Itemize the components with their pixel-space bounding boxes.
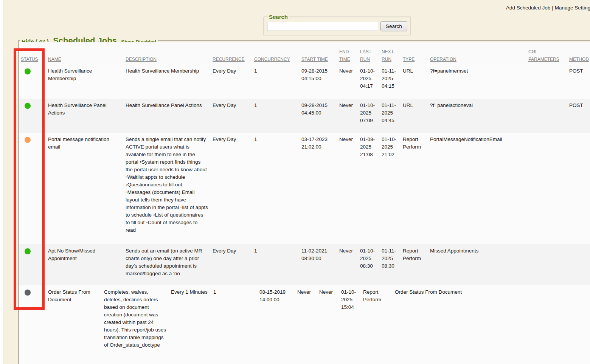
name-cell: Health Surveillance Panel Actions [46, 99, 124, 133]
col-header-method[interactable]: METHOD [567, 56, 590, 64]
end-time-cell: Never [337, 133, 358, 244]
recurrence-cell: Every 1 Minutes [169, 285, 211, 364]
description-cell: Completes, waives, deletes, declines ord… [102, 285, 169, 364]
table-row: Health Surveillance Panel Actions Health… [19, 99, 590, 133]
status-cell [19, 285, 46, 364]
next-run-cell: 01-11-2025 04:15 [380, 64, 401, 99]
cgi-parameters-cell [526, 64, 567, 99]
status-cell [19, 133, 46, 244]
last-run-cell: 01-10-2025 08:30 [358, 244, 380, 285]
search-panel: Search Search [264, 14, 411, 36]
method-cell [567, 244, 590, 285]
status-dot-icon [25, 103, 31, 109]
name-cell: Portal message notification email [46, 133, 124, 244]
col-header-cgi-parameters[interactable]: CGI PARAMETERS [526, 48, 567, 64]
concurrency-cell: 1 [211, 285, 258, 364]
col-header-status[interactable]: STATUS [19, 56, 46, 64]
concurrency-cell: 1 [252, 64, 300, 99]
last-run-cell: 01-08-2025 21:08 [358, 133, 380, 244]
start-time-cell: 11-02-2021 08:30:00 [300, 244, 337, 285]
operation-cell: ?f=panelactioneval [428, 99, 526, 133]
type-cell: URL [401, 99, 428, 133]
search-button[interactable]: Search [380, 21, 407, 31]
description-cell: Sends out an email (on active MR charts … [124, 244, 211, 285]
status-dot-icon [25, 137, 31, 143]
status-cell [19, 244, 46, 285]
col-header-concurrency[interactable]: CONCURRENCY [252, 56, 300, 64]
col-header-recurrence[interactable]: RECURRENCE [211, 56, 252, 64]
next-run-cell: 01-10-2025 15:04 [339, 285, 361, 364]
table-row: Portal message notification email Sends … [19, 133, 590, 244]
search-legend: Search [268, 14, 289, 20]
name-cell: Order Status From Document [46, 285, 102, 364]
method-cell: POST [567, 64, 590, 99]
concurrency-cell: 1 [252, 133, 300, 244]
table-row: Apt No Show/Missed Appointment Sends out… [19, 244, 590, 285]
table-header-row: STATUS NAME DESCRIPTION RECURRENCE CONCU… [19, 48, 590, 64]
cgi-parameters-cell [526, 99, 567, 133]
col-header-end-time[interactable]: END TIME [337, 48, 358, 64]
table-row: Health Surveillance Membership Health Su… [19, 64, 590, 99]
status-cell [19, 64, 46, 99]
start-time-cell: 09-28-2015 04:15:00 [300, 64, 337, 99]
operation-cell: Missed Appointments [428, 244, 526, 285]
recurrence-cell: Every Day [211, 99, 252, 133]
method-cell [528, 285, 550, 364]
method-cell [567, 133, 590, 244]
end-time-cell: Never [337, 99, 358, 133]
method-cell: POST [567, 99, 590, 133]
description-cell: Health Surveillance Membership [124, 64, 211, 99]
nav-separator: | [552, 5, 553, 11]
concurrency-cell: 1 [252, 99, 300, 133]
col-header-next-run[interactable]: NEXT RUN [380, 48, 401, 64]
name-cell: Health Surveillance Membership [46, 64, 124, 99]
recurrence-cell: Every Day [211, 244, 252, 285]
last-run-cell: 01-10-2025 07:09 [358, 99, 380, 133]
type-cell: Report Perform [361, 285, 393, 364]
description-cell: Sends a single email that can notify ACT… [124, 133, 211, 244]
start-time-cell: 09-28-2015 04:45:00 [300, 99, 337, 133]
table-row: Order Status From Document Completes, wa… [19, 285, 590, 364]
start-time-cell: 08-15-2019 14:00:00 [258, 285, 295, 364]
col-header-description[interactable]: DESCRIPTION [124, 56, 211, 64]
operation-cell: Order Status From Document [393, 285, 506, 364]
col-header-operation[interactable]: OPERATION [428, 56, 526, 64]
col-header-start-time[interactable]: START TIME [300, 56, 337, 64]
type-cell: Report Perform [401, 133, 428, 244]
next-run-cell: 01-10-2025 21:02 [380, 133, 401, 244]
type-cell: Report Perform [401, 244, 428, 285]
next-run-cell: 01-11-2025 08:30 [380, 244, 401, 285]
last-run-cell: 01-10-2025 04:17 [358, 64, 380, 99]
search-row: Search [267, 21, 407, 31]
start-time-cell: 03-17-2023 21:02:00 [300, 133, 337, 244]
top-nav: Add Scheduled Job|Manage Settings [506, 5, 590, 11]
search-input[interactable] [267, 22, 378, 31]
end-time-cell: Never [337, 244, 358, 285]
end-time-cell: Never [337, 64, 358, 99]
col-header-last-run[interactable]: LAST RUN [358, 48, 380, 64]
cgi-parameters-cell [526, 133, 567, 244]
last-run-cell: Never [317, 285, 339, 364]
cgi-parameters-cell [506, 285, 528, 364]
status-cell [19, 99, 46, 133]
cgi-parameters-cell [526, 244, 567, 285]
description-cell: Health Surveillance Panel Actions [124, 99, 211, 133]
name-cell: Apt No Show/Missed Appointment [46, 244, 124, 285]
next-run-cell: 01-11-2025 04:45 [380, 99, 401, 133]
end-time-cell: Never [295, 285, 317, 364]
scheduled-jobs-table: STATUS NAME DESCRIPTION RECURRENCE CONCU… [19, 48, 590, 364]
manage-settings-link[interactable]: Manage Settings [555, 5, 590, 11]
type-cell: URL [401, 64, 428, 99]
col-header-type[interactable]: TYPE [401, 56, 428, 64]
status-dot-icon [25, 68, 31, 74]
recurrence-cell: Every Day [211, 64, 252, 99]
add-scheduled-job-link[interactable]: Add Scheduled Job [506, 5, 550, 11]
status-dot-icon [25, 248, 31, 254]
recurrence-cell: Every Day [211, 133, 252, 244]
col-header-name[interactable]: NAME [46, 56, 124, 64]
operation-cell: ?f=panelmemset [428, 64, 526, 99]
status-dot-icon [25, 290, 31, 296]
operation-cell: PortalMessageNotificationEmail [428, 133, 526, 244]
concurrency-cell: 1 [252, 244, 300, 285]
